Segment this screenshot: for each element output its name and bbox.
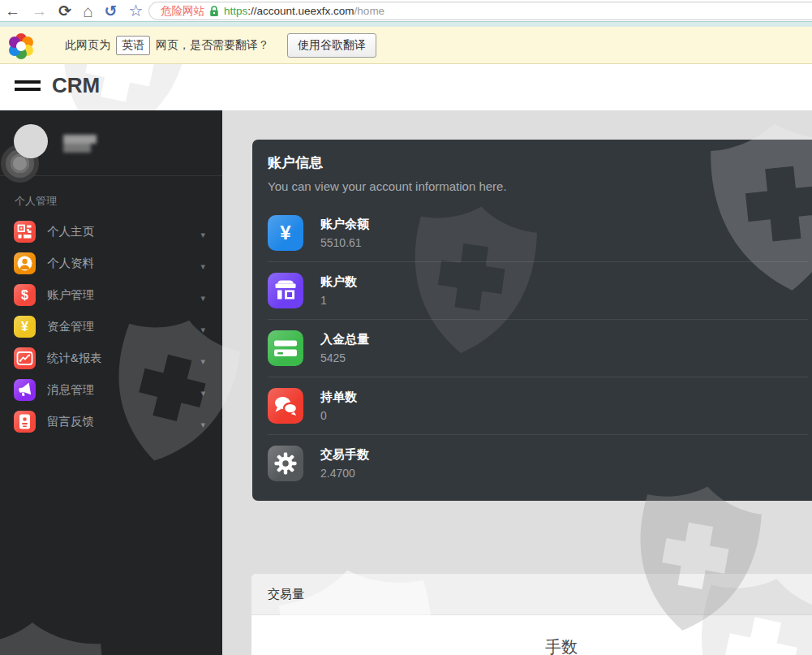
gear-icon [268, 446, 303, 481]
dashboard-icon [14, 221, 36, 243]
panel-title: 账户信息 [268, 153, 808, 172]
sidebar-item-label: 资金管理 [47, 319, 94, 334]
chevron-down-icon: ▾ [200, 420, 205, 430]
google-translate-button[interactable]: 使用谷歌翻译 [287, 33, 376, 58]
chat-bubbles-icon [268, 388, 303, 424]
stat-row-balance: ¥ 账户余额 5510.61 [268, 205, 808, 261]
stat-value: 5425 [320, 351, 369, 364]
stat-label: 账户余额 [320, 217, 369, 232]
sidebar-item-label: 个人主页 [47, 224, 94, 239]
sidebar-item-label: 账户管理 [47, 287, 94, 303]
chevron-down-icon: ▾ [200, 356, 205, 367]
toolbar-divider-strip [0, 21, 812, 27]
sidebar-item-personal-home[interactable]: 个人主页 ▾ [0, 216, 222, 248]
sidebar-item-accounts[interactable]: $ 账户管理 ▾ [0, 279, 222, 311]
lock-icon [209, 6, 219, 17]
stat-row-lots: 交易手数 2.4700 [268, 434, 808, 492]
volume-chart-area: 手数 [251, 615, 812, 655]
browser-toolbar: ← → ⟳ ⌂ ↺ ☆ 危险网站 https://account.ueexfx.… [0, 0, 812, 21]
stat-label: 交易手数 [320, 447, 369, 463]
undo-icon[interactable]: ↺ [105, 3, 118, 19]
stat-label: 账户数 [320, 274, 357, 290]
avatar[interactable] [14, 124, 48, 158]
address-bar[interactable]: 危险网站 https://account.ueexfx.com/home [148, 2, 812, 20]
stat-value: 0 [320, 409, 357, 422]
feedback-card-icon [14, 411, 36, 433]
account-info-panel: 账户信息 You can view your account informati… [252, 140, 812, 501]
trading-volume-panel: 交易量 手数 [251, 574, 812, 655]
stat-label: 入金总量 [320, 332, 369, 347]
sidebar-item-label: 消息管理 [47, 382, 94, 398]
url-path: /home [354, 5, 385, 17]
stat-row-account-count: 账户数 1 [268, 261, 808, 319]
dollar-icon: $ [14, 284, 36, 306]
app-title: CRM [52, 73, 100, 98]
sidebar-item-feedback[interactable]: 留言反馈 ▾ [0, 406, 222, 437]
url-protocol: https [224, 5, 247, 17]
chevron-down-icon: ▾ [200, 388, 205, 399]
chevron-down-icon: ▾ [200, 261, 205, 272]
chevron-down-icon: ▾ [200, 325, 205, 335]
stat-value: 2.4700 [320, 467, 369, 480]
stat-value: 5510.61 [320, 236, 369, 249]
sidebar-menu: 个人主页 ▾ 个人资料 ▾ $ 账户管理 ▾ [0, 216, 222, 437]
stat-row-open-orders: 持单数 0 [268, 377, 808, 434]
back-icon[interactable]: ← [5, 3, 20, 19]
sidebar-item-label: 留言反馈 [47, 414, 94, 429]
bookmark-star-icon[interactable]: ☆ [129, 2, 144, 19]
app-header: CRM [0, 64, 812, 110]
translate-pinwheel-icon [6, 32, 36, 61]
menu-toggle-button[interactable] [15, 80, 41, 92]
url-host: ://account.ueexfx.com [247, 5, 354, 17]
forward-icon[interactable]: → [32, 3, 47, 19]
reload-icon[interactable]: ⟳ [58, 3, 71, 19]
translate-bar: 此网页为 英语 网页，是否需要翻译？ 使用谷歌翻译 [0, 27, 812, 64]
stat-label: 持单数 [320, 390, 357, 405]
sidebar-item-label: 个人资料 [47, 256, 94, 271]
stat-row-deposits: 入金总量 5425 [268, 319, 808, 377]
site-warning-badge: 危险网站 [161, 4, 204, 19]
username-redacted [63, 135, 97, 153]
translate-message-suffix: 网页，是否需要翻译？ [156, 38, 269, 53]
store-icon [268, 273, 303, 308]
chevron-down-icon: ▾ [200, 230, 205, 240]
stat-value: 1 [320, 294, 357, 307]
sidebar-item-funds[interactable]: ¥ 资金管理 ▾ [0, 311, 222, 343]
sidebar-item-label: 统计&报表 [47, 351, 102, 366]
user-block [0, 110, 222, 176]
panel-subtitle: You can view your account information he… [268, 179, 808, 193]
translate-message-prefix: 此网页为 [65, 38, 110, 53]
home-icon[interactable]: ⌂ [83, 2, 93, 19]
volume-panel-title: 交易量 [251, 574, 812, 615]
megaphone-icon [14, 379, 36, 401]
sidebar-item-profile[interactable]: 个人资料 ▾ [0, 248, 222, 279]
sidebar-item-reports[interactable]: 统计&报表 ▾ [0, 343, 222, 374]
yen-icon: ¥ [14, 316, 36, 338]
yen-icon: ¥ [268, 215, 303, 251]
language-select[interactable]: 英语 [116, 36, 150, 55]
sidebar: 个人管理 个人主页 ▾ [0, 110, 222, 655]
chevron-down-icon: ▾ [200, 293, 205, 304]
user-icon [14, 252, 36, 274]
chart-title: 手数 [545, 636, 578, 655]
sidebar-section-label: 个人管理 [0, 176, 222, 209]
chart-icon [14, 347, 36, 369]
credit-card-icon [268, 330, 303, 366]
sidebar-item-messages[interactable]: 消息管理 ▾ [0, 374, 222, 406]
